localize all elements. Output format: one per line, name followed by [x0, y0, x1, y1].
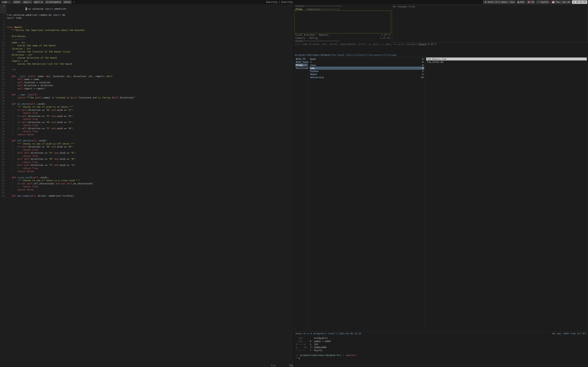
ranger-parent-col[interactable]: BIAS_FXBIAS_PedalFilesPositiveG~: [294, 57, 309, 332]
code-line[interactable]: 49 │ │ return True: [0, 161, 294, 164]
code-line[interactable]: 18: [0, 66, 294, 69]
code-line[interactable]: 44 │ if self.direction == "W" and wind =…: [0, 145, 294, 148]
clock-widget[interactable]: ◷ 10:36 PM: [572, 0, 587, 4]
tab-scratchpad[interactable]: scratchpad◉: [44, 0, 62, 4]
list-item[interactable]: Java0: [310, 64, 424, 67]
ranger-preview-col[interactable]: lua_basics.lualua_notes.md: [425, 57, 588, 332]
lazygit-branches-title[interactable]: ─Local Branches - Remotes 1 of 1─: [294, 33, 391, 36]
code-line[interactable]: 46 │ elif self.direction == "E" and wind…: [0, 151, 294, 154]
tab-other[interactable]: other: [12, 0, 22, 4]
code-line[interactable]: 21 def __init__(self, name: str, locatio…: [0, 75, 294, 78]
editor-pane[interactable]: 1 from selenium import webdriver 1from s…: [0, 4, 294, 367]
tab-code[interactable]: code›_: [1, 0, 12, 4]
lazygit-stash-title[interactable]: ─Stash───────────────────────────: [294, 40, 391, 43]
code-line[interactable]: 57 │ │ return True: [0, 185, 294, 188]
code-line[interactable]: 31 │ """ Checks to see if wind is on sho…: [0, 105, 294, 108]
code-line[interactable]: 50 │ elif self.direction == "S" and wind…: [0, 164, 294, 167]
code-line[interactable]: 27 def __repr__(self):: [0, 93, 294, 96]
list-item[interactable]: BIAS_FX: [295, 58, 308, 61]
code-line[interactable]: 43 │ """ Checks to see if wind is off sh…: [0, 142, 294, 145]
code-line[interactable]: 28 │ return f"The {self.name} is located…: [0, 96, 294, 99]
code-line[interactable]: 38 │ if self.direction == "S" and wind =…: [0, 127, 294, 130]
code-line[interactable]: 35 │ │ return True: [0, 118, 294, 121]
code-line[interactable]: 3: [0, 20, 294, 23]
code-line[interactable]: 23 │ self.location = location: [0, 81, 294, 84]
ranger-pane[interactable]: BIAS_FXBIAS_PedalFilesPositiveG~ Bash0C0…: [294, 57, 588, 335]
list-item[interactable]: C0: [310, 60, 424, 64]
terminal-pane[interactable]: ))) ((( +-----+ | |] `-----' atidyshirt⌘…: [294, 335, 588, 367]
code-line[interactable]: 41: [0, 136, 294, 139]
add-workspace-button[interactable]: +: [72, 0, 76, 4]
battery-widget[interactable]: ▣ 62%: [516, 0, 526, 4]
lazygit-pane[interactable]: ─Status──────────────────────────── ┌Fil…: [294, 4, 588, 53]
code-line[interactable]: 53: [0, 173, 294, 176]
list-item[interactable]: Lua2: [310, 67, 424, 70]
list-item[interactable]: Python5: [310, 70, 424, 73]
volume-widget[interactable]: 🔇 0%: [526, 0, 536, 4]
tab-notes[interactable]: notes: [63, 0, 72, 4]
code-line[interactable]: 29: [0, 99, 294, 102]
code-line[interactable]: 58 │ return False: [0, 188, 294, 191]
code-line[interactable]: 9 ----------: [0, 38, 294, 41]
tab-main[interactable]: main▢: [22, 0, 32, 4]
lazygit-files-title[interactable]: ┌Files - Submodules─────────────┐: [294, 8, 391, 11]
code-line[interactable]: 56 │ if not self.off_shore(wind) and not…: [0, 182, 294, 185]
code-line[interactable]: 52 │ return False: [0, 170, 294, 173]
code-line[interactable]: 33 │ │ return True: [0, 111, 294, 115]
lazygit-files-box[interactable]: [294, 10, 391, 33]
code-line[interactable]: 51 │ │ return True: [0, 167, 294, 170]
list-item[interactable]: lua_basics.lua: [426, 58, 587, 61]
code-line[interactable]: 10 name : str: [0, 41, 294, 44]
code-line[interactable]: 42 def off_shore(self, wind):: [0, 139, 294, 142]
code-line[interactable]: 59: [0, 191, 294, 194]
code-line[interactable]: 17 │ stores the metservice link for the …: [0, 62, 294, 66]
code-line[interactable]: 7: [0, 32, 294, 35]
list-item[interactable]: Files: [295, 64, 308, 67]
shell-prompt[interactable]: ╭─ atidyshirt@Jordans-MacBook-Pro ~ ‹mas…: [296, 354, 586, 360]
code-line[interactable]: 32 │ if self.direction == "W" and wind =…: [0, 108, 294, 112]
code-line[interactable]: 20: [0, 72, 294, 75]
code-line[interactable]: 45 │ │ return True: [0, 148, 294, 151]
code-line[interactable]: 30 def on_shore(self, wind):: [0, 102, 294, 106]
code-line[interactable]: 34 │ if self.direction == "E" and wind =…: [0, 115, 294, 118]
now-playing-widget[interactable]: ⏸ Until It's Gone — Ins: [483, 0, 516, 4]
code-line[interactable]: 12 location : str: [0, 47, 294, 50]
code-line[interactable]: 4: [0, 23, 294, 26]
code-line[interactable]: 14 direction : str: [0, 53, 294, 57]
list-item[interactable]: lua_notes.md: [426, 60, 587, 64]
code-line[interactable]: 22 │ self.name = name: [0, 78, 294, 81]
code-line[interactable]: 1from selenium.webdriver.common.by impor…: [0, 13, 294, 17]
code-line[interactable]: 24 │ self.direction = direction: [0, 84, 294, 87]
lazygit-commits-title[interactable]: ─Commits - Reflog 1 of 71─: [294, 36, 391, 40]
code-line[interactable]: 6 """Stores the important information ab…: [0, 29, 294, 32]
ranger-current-col[interactable]: Bash0C0Java0Lua2Python5Repos6University2…: [309, 57, 425, 332]
code-line[interactable]: 40 │ return False: [0, 133, 294, 136]
code-line[interactable]: 60 def get_temp(self, driver: webdriver.…: [0, 194, 294, 198]
code-line[interactable]: 13 │ stores the location of the beach (c…: [0, 50, 294, 53]
code-line[interactable]: 37 │ │ return True: [0, 124, 294, 127]
code-line[interactable]: 8 Attributes: [0, 35, 294, 38]
code-line[interactable]: 2import time: [0, 17, 294, 20]
code-line[interactable]: 15 │ stores direction of the beach: [0, 56, 294, 59]
code-line[interactable]: 16 report : str: [0, 59, 294, 63]
tab-web[interactable]: web⌘ ◉: [33, 0, 44, 4]
list-item[interactable]: Repos6: [310, 73, 424, 76]
date-widget[interactable]: 📅 Thu, Jan 28: [551, 0, 571, 4]
code-line[interactable]: 26: [0, 90, 294, 93]
code-line[interactable]: 39 │ │ return True: [0, 130, 294, 133]
code-line[interactable]: 19 """: [0, 68, 294, 72]
code-line[interactable]: 54 def cross_wind(self, wind):: [0, 176, 294, 179]
code-line[interactable]: 48 │ elif self.direction == "N" and wind…: [0, 158, 294, 161]
code-line[interactable]: 25 │ self.report = report: [0, 87, 294, 90]
code-line[interactable]: 11 │ stores the name of the beach: [0, 44, 294, 47]
list-item[interactable]: University24: [310, 76, 424, 79]
wifi-widget[interactable]: ᯤ Pyotts: [536, 0, 550, 4]
lazygit-diff-panel[interactable]: No changed files: [392, 5, 588, 43]
code-line[interactable]: 5class Beach:: [0, 26, 294, 29]
list-item[interactable]: BIAS_Pedal: [295, 60, 308, 64]
list-item[interactable]: PositiveG~: [295, 67, 308, 70]
code-line[interactable]: 36 │ if self.direction == "N" and wind =…: [0, 121, 294, 124]
lazygit-donate-link[interactable]: Donate: [418, 43, 426, 45]
code-line[interactable]: 47 │ │ return True: [0, 154, 294, 158]
list-item[interactable]: Bash0: [310, 58, 424, 61]
